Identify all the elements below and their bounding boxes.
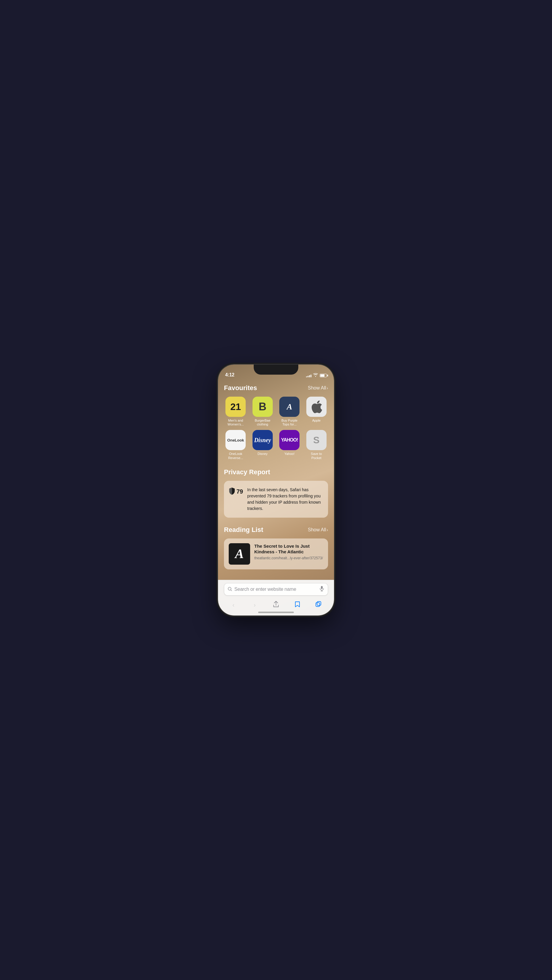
app-item-yahoo[interactable]: YAHOO! Yahoo! bbox=[278, 430, 301, 460]
favourites-show-all-button[interactable]: Show All › bbox=[308, 385, 328, 391]
app-label-purple: Buy Purple Tops for... bbox=[279, 418, 300, 426]
yahoo-logo-text: YAHOO! bbox=[281, 438, 298, 443]
signal-icon bbox=[306, 374, 312, 377]
notch bbox=[254, 364, 298, 375]
app-item-disney[interactable]: Disney Disney bbox=[251, 430, 275, 460]
chevron-right-icon-reading: › bbox=[326, 527, 328, 532]
tabs-icon bbox=[315, 601, 321, 609]
favourites-show-all-label: Show All bbox=[308, 385, 326, 391]
reading-list-section: Reading List Show All › A The Secret to … bbox=[224, 526, 328, 570]
favourites-grid: 21 Men's and Women's... B BurgerBae clot… bbox=[224, 397, 328, 460]
reading-list-item-title: The Secret to Love Is Just Kindness - Th… bbox=[254, 543, 323, 555]
app-item-purple[interactable]: A Buy Purple Tops for... bbox=[278, 397, 301, 426]
app-label-yahoo: Yahoo! bbox=[284, 452, 294, 456]
app-icon-pocket: S bbox=[306, 430, 326, 450]
search-bar[interactable]: Search or enter website name bbox=[224, 583, 328, 595]
reading-list-item-url: theatlantic.com/healt...ly-ever-after/37… bbox=[254, 556, 323, 561]
app-label-pocket: Save to Pocket bbox=[306, 452, 327, 460]
forward-icon: › bbox=[254, 601, 256, 608]
status-icons bbox=[306, 373, 327, 378]
reading-list-show-all-button[interactable]: Show All › bbox=[308, 527, 328, 533]
wifi-icon bbox=[313, 373, 318, 378]
onelook-text: OneLook bbox=[227, 438, 244, 442]
back-icon: ‹ bbox=[232, 601, 234, 608]
app-item-burgerbae[interactable]: B BurgerBae clothing bbox=[251, 397, 275, 426]
svg-line-1 bbox=[231, 590, 232, 591]
app-icon-onelook: OneLook bbox=[226, 430, 246, 450]
app-icon-21: 21 bbox=[226, 397, 246, 417]
purple-a-icon: A bbox=[287, 402, 292, 412]
app-label-disney: Disney bbox=[258, 452, 268, 456]
disney-logo-text: Disney bbox=[254, 437, 271, 444]
favourites-header: Favourites Show All › bbox=[224, 384, 328, 392]
app-icon-21-text: 21 bbox=[230, 401, 241, 412]
search-icon bbox=[228, 587, 232, 592]
phone-screen: 4:12 bbox=[218, 364, 334, 616]
pocket-letter: S bbox=[313, 435, 320, 446]
search-input[interactable]: Search or enter website name bbox=[234, 587, 317, 592]
battery-fill bbox=[320, 374, 325, 377]
shield-icon bbox=[229, 487, 235, 496]
burgerbae-letter: B bbox=[259, 401, 266, 413]
privacy-report-title: Privacy Report bbox=[224, 468, 270, 476]
app-icon-burgerbae: B bbox=[253, 397, 273, 417]
app-icon-apple bbox=[306, 397, 326, 417]
reading-list-title: Reading List bbox=[224, 526, 263, 534]
signal-bar-1 bbox=[306, 376, 307, 377]
favourites-title: Favourites bbox=[224, 384, 257, 392]
phone-device: 4:12 bbox=[218, 364, 334, 616]
app-item-pocket[interactable]: S Save to Pocket bbox=[305, 430, 328, 460]
privacy-report-card[interactable]: 79 In the last seven days, Safari has pr… bbox=[224, 481, 328, 518]
svg-rect-5 bbox=[317, 601, 321, 605]
bottom-bar: Search or enter website name ‹ › bbox=[218, 580, 334, 616]
main-content[interactable]: Favourites Show All › 21 Men's and Women… bbox=[218, 379, 334, 580]
privacy-report-header: Privacy Report bbox=[224, 468, 328, 476]
app-label-burgerbae: BurgerBae clothing bbox=[252, 418, 273, 426]
reading-list-item[interactable]: A The Secret to Love Is Just Kindness - … bbox=[224, 538, 328, 570]
svg-rect-2 bbox=[321, 586, 323, 589]
home-indicator bbox=[258, 612, 294, 613]
app-item-onelook[interactable]: OneLook OneLook Reverse... bbox=[224, 430, 247, 460]
reading-list-info: The Secret to Love Is Just Kindness - Th… bbox=[254, 543, 323, 565]
tabs-button[interactable] bbox=[312, 598, 325, 612]
bookmarks-icon bbox=[294, 601, 301, 609]
app-icon-yahoo: YAHOO! bbox=[279, 430, 299, 450]
chevron-right-icon: › bbox=[326, 386, 328, 390]
atlantic-logo-letter: A bbox=[235, 546, 243, 562]
reading-list-thumbnail: A bbox=[229, 543, 250, 565]
privacy-report-message: In the last seven days, Safari has preve… bbox=[247, 487, 323, 512]
forward-button[interactable]: › bbox=[248, 598, 261, 612]
app-item-apple[interactable]: Apple bbox=[305, 397, 328, 426]
privacy-report-section: Privacy Report 79 In the last seven days… bbox=[224, 468, 328, 518]
back-button[interactable]: ‹ bbox=[227, 598, 240, 612]
signal-bar-2 bbox=[307, 376, 309, 377]
svg-rect-6 bbox=[316, 603, 320, 606]
app-icon-disney: Disney bbox=[253, 430, 273, 450]
privacy-tracker-count: 79 bbox=[237, 488, 243, 495]
privacy-icon-wrap: 79 bbox=[229, 487, 243, 496]
reading-list-show-all-label: Show All bbox=[308, 527, 326, 533]
status-time: 4:12 bbox=[225, 372, 234, 378]
signal-bar-3 bbox=[309, 375, 310, 377]
app-icon-purple: A bbox=[279, 397, 299, 417]
share-button[interactable] bbox=[269, 598, 283, 612]
apple-logo-svg bbox=[310, 399, 322, 414]
bookmarks-button[interactable] bbox=[291, 598, 304, 612]
app-item-21[interactable]: 21 Men's and Women's... bbox=[224, 397, 247, 426]
share-icon bbox=[273, 601, 279, 609]
signal-bar-4 bbox=[310, 375, 312, 377]
microphone-icon[interactable] bbox=[320, 586, 324, 593]
app-label-apple: Apple bbox=[312, 418, 321, 423]
battery-icon bbox=[320, 374, 327, 377]
app-label-onelook: OneLook Reverse... bbox=[225, 452, 246, 460]
app-label-21: Men's and Women's... bbox=[225, 418, 246, 426]
reading-list-header: Reading List Show All › bbox=[224, 526, 328, 534]
